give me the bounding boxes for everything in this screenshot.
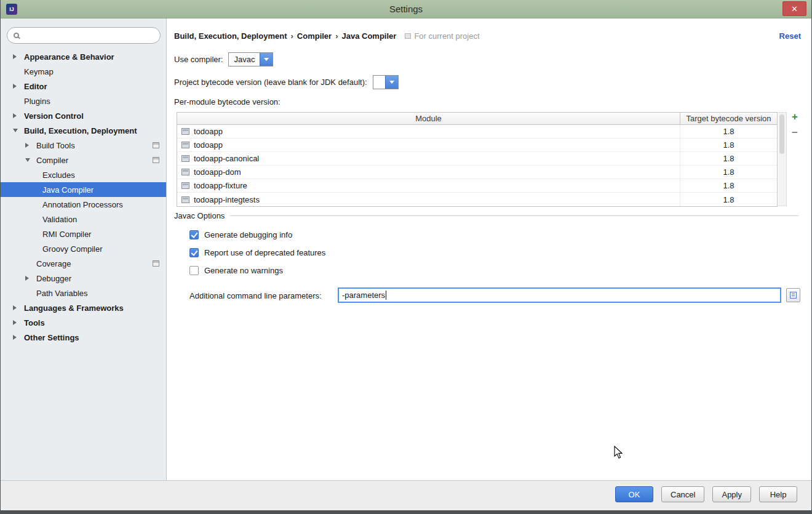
expand-arrow-icon[interactable]: [13, 305, 17, 310]
search-box[interactable]: [7, 27, 161, 44]
expand-arrow-icon[interactable]: [13, 84, 17, 89]
expand-arrow-icon[interactable]: [25, 276, 29, 281]
target-bytecode-cell[interactable]: 1.8: [680, 193, 777, 206]
sidebar-item-other-settings[interactable]: Other Settings: [1, 330, 166, 345]
checkbox-icon[interactable]: [189, 248, 199, 257]
sidebar-item-tools[interactable]: Tools: [1, 315, 166, 330]
sidebar-item-validation[interactable]: Validation: [1, 212, 166, 227]
expand-arrow-icon[interactable]: [13, 335, 17, 340]
use-compiler-label: Use compiler:: [174, 55, 223, 64]
breadcrumb: Build, Execution, Deployment › Compiler …: [174, 31, 480, 41]
module-cell: todoapp: [177, 139, 680, 151]
add-module-button[interactable]: +: [789, 111, 800, 122]
table-row[interactable]: todoapp-integtests 1.8: [177, 193, 777, 206]
use-compiler-row: Use compiler: Javac: [174, 52, 273, 66]
table-row[interactable]: todoapp-fixture 1.8: [177, 179, 777, 193]
module-icon: [181, 155, 189, 162]
checkbox-icon[interactable]: [189, 230, 199, 239]
module-table: Module Target bytecode version todoapp 1…: [177, 112, 778, 207]
module-icon: [181, 169, 189, 175]
sidebar-item-debugger[interactable]: Debugger: [1, 271, 166, 286]
checkbox-label: Report use of deprecated features: [204, 248, 325, 257]
sidebar-item-keymap[interactable]: Keymap: [1, 64, 166, 79]
table-row[interactable]: todoapp-canonical 1.8: [177, 152, 777, 166]
breadcrumb-separator: ›: [290, 31, 293, 41]
scrollbar-thumb[interactable]: [779, 114, 784, 154]
close-button[interactable]: ✕: [782, 1, 806, 16]
sidebar-item-excludes[interactable]: Excludes: [1, 167, 166, 182]
collapse-arrow-icon[interactable]: [25, 158, 30, 162]
table-row[interactable]: todoapp 1.8: [177, 139, 777, 152]
plus-icon: +: [792, 111, 798, 123]
sidebar-item-compiler[interactable]: Compiler: [1, 153, 166, 167]
sidebar-item-languages-frameworks[interactable]: Languages & Frameworks: [1, 300, 166, 315]
target-bytecode-cell[interactable]: 1.8: [680, 166, 777, 179]
help-button[interactable]: Help: [759, 486, 797, 502]
column-header-target-bytecode[interactable]: Target bytecode version: [680, 113, 777, 124]
sidebar-item-coverage[interactable]: Coverage: [1, 256, 166, 271]
sidebar-item-plugins[interactable]: Plugins: [1, 94, 166, 108]
expand-arrow-icon[interactable]: [13, 320, 17, 325]
breadcrumb-segment[interactable]: Compiler: [297, 31, 332, 41]
cancel-button[interactable]: Cancel: [661, 486, 704, 502]
remove-module-button[interactable]: −: [789, 127, 800, 139]
bytecode-version-label: Project bytecode version (leave blank fo…: [174, 78, 367, 87]
scope-note: For current project: [405, 31, 479, 41]
sidebar-item-annotation-processors[interactable]: Annotation Processors: [1, 197, 166, 212]
module-cell: todoapp-canonical: [177, 152, 680, 165]
checkbox-generate-debugging-info[interactable]: Generate debugging info: [189, 229, 292, 240]
ok-button[interactable]: OK: [615, 486, 653, 502]
cmdline-params-label: Additional command line parameters:: [189, 291, 322, 300]
expand-arrow-icon[interactable]: [13, 54, 17, 59]
module-cell: todoapp-integtests: [177, 193, 680, 206]
bytecode-version-row: Project bytecode version (leave blank fo…: [174, 75, 399, 89]
column-header-module[interactable]: Module: [177, 113, 680, 124]
use-compiler-value: Javac: [229, 53, 260, 66]
sidebar-item-java-compiler[interactable]: Java Compiler: [1, 182, 166, 197]
sidebar-item-version-control[interactable]: Version Control: [1, 108, 166, 123]
reset-link[interactable]: Reset: [779, 31, 801, 41]
sidebar-item-editor[interactable]: Editor: [1, 79, 166, 94]
table-scrollbar[interactable]: [778, 112, 787, 206]
sidebar-item-rmi-compiler[interactable]: RMI Compiler: [1, 227, 166, 241]
expand-editor-button[interactable]: [786, 288, 800, 302]
window-title: Settings: [1, 4, 811, 14]
cmdline-params-value: -parameters: [342, 291, 385, 300]
java-compiler-panel: Build, Execution, Deployment › Compiler …: [167, 18, 811, 480]
chevron-down-icon[interactable]: [260, 53, 273, 66]
project-config-icon: [153, 157, 159, 163]
sidebar-item-groovy-compiler[interactable]: Groovy Compiler: [1, 241, 166, 256]
table-row[interactable]: todoapp 1.8: [177, 125, 777, 139]
settings-search-input[interactable]: [19, 30, 160, 42]
sidebar-item-path-variables[interactable]: Path Variables: [1, 286, 166, 300]
table-row[interactable]: todoapp-dom 1.8: [177, 166, 777, 179]
sidebar-item-build-tools[interactable]: Build Tools: [1, 138, 166, 153]
breadcrumb-segment[interactable]: Build, Execution, Deployment: [174, 31, 287, 41]
expand-arrow-icon[interactable]: [13, 113, 17, 118]
expand-arrow-icon[interactable]: [25, 143, 29, 148]
breadcrumb-segment[interactable]: Java Compiler: [342, 31, 397, 41]
sidebar-item-build-execution-deployment[interactable]: Build, Execution, Deployment: [1, 123, 166, 138]
checkbox-icon[interactable]: [189, 266, 199, 275]
settings-tree: Appearance & Behavior Keymap Editor Plug…: [1, 49, 166, 345]
collapse-arrow-icon[interactable]: [13, 129, 18, 132]
apply-button[interactable]: Apply: [712, 486, 751, 502]
sidebar-item-appearance-behavior[interactable]: Appearance & Behavior: [1, 49, 166, 64]
use-compiler-select[interactable]: Javac: [228, 52, 273, 66]
bytecode-version-select[interactable]: [373, 75, 399, 89]
chevron-down-icon[interactable]: [385, 76, 398, 89]
module-icon: [181, 182, 189, 189]
checkbox-generate-no-warnings[interactable]: Generate no warnings: [189, 265, 283, 276]
bytecode-version-value: [373, 76, 385, 89]
target-bytecode-cell[interactable]: 1.8: [680, 152, 777, 165]
target-bytecode-cell[interactable]: 1.8: [680, 179, 777, 192]
checkbox-report-deprecated[interactable]: Report use of deprecated features: [189, 247, 325, 258]
target-bytecode-cell[interactable]: 1.8: [680, 125, 777, 138]
per-module-label: Per-module bytecode version:: [174, 97, 281, 106]
search-icon: [14, 33, 19, 38]
settings-window: IJ Settings ✕ Appearance & Behavior Keym…: [1, 0, 811, 510]
target-bytecode-cell[interactable]: 1.8: [680, 139, 777, 151]
cmdline-params-input[interactable]: -parameters: [338, 287, 781, 303]
project-config-icon: [153, 260, 159, 267]
module-icon: [181, 196, 189, 203]
